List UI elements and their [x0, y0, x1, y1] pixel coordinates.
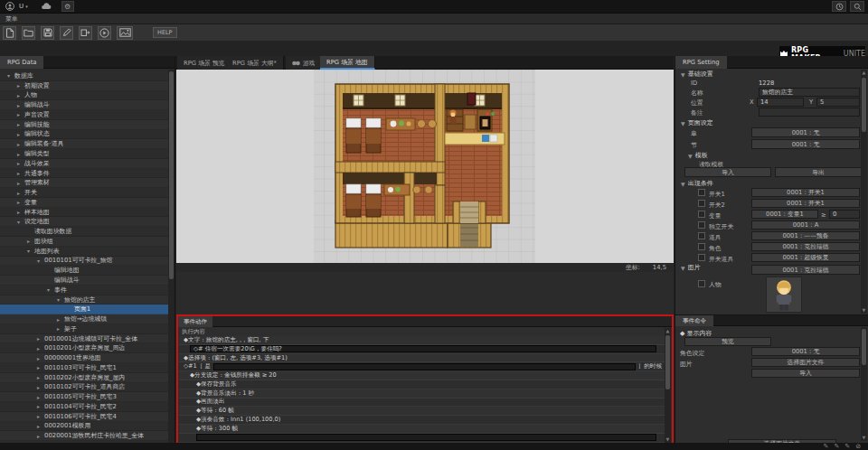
- section-appear-conditions[interactable]: ▼ 出现条件: [681, 179, 713, 188]
- import-export-button[interactable]: [79, 26, 92, 40]
- tab-rpg-scene-preview[interactable]: RPG 场景 预览: [177, 56, 232, 70]
- chevron-right-icon[interactable]: ▸: [35, 384, 42, 390]
- tab-rpg-scene-outline[interactable]: RPG 场景 大纲*: [226, 56, 284, 70]
- condition-value-button[interactable]: 0001 : 变量1: [751, 210, 818, 219]
- event-command-row[interactable]: ◆背景音乐淡出：1 秒: [179, 389, 665, 398]
- map-canvas[interactable]: [176, 70, 674, 263]
- tree-item[interactable]: 页面1: [0, 305, 169, 314]
- menu-item[interactable]: 菜单: [5, 14, 18, 23]
- condition-value-button[interactable]: 0001 : 开关1: [751, 199, 860, 208]
- tree-item[interactable]: ▸架子: [0, 324, 169, 334]
- section-page-settings[interactable]: ▼ 页面设定: [681, 118, 713, 127]
- history-icon[interactable]: [832, 1, 846, 12]
- chapter-button[interactable]: 0001 : 无: [751, 127, 860, 137]
- section-image[interactable]: ▼ 图片: [681, 263, 701, 272]
- event-command-row[interactable]: ◇#1［ 是］的时候: [179, 362, 665, 371]
- tree-item[interactable]: ▸0010106可可卡拉_民宅4: [0, 412, 169, 422]
- tree-item[interactable]: ▸0010201小型废弃房屋_周边: [0, 343, 169, 353]
- tree-item[interactable]: ▸编辑类型: [0, 149, 169, 159]
- condition-value-button[interactable]: 0001 : 克拉瑞德: [751, 242, 860, 251]
- tree-item[interactable]: 编辑地图: [0, 266, 169, 276]
- section-basic-settings[interactable]: ▼ 基础设置: [681, 70, 713, 79]
- template-import-button[interactable]: 导入: [684, 167, 771, 177]
- y-field[interactable]: 5: [816, 98, 860, 107]
- chevron-right-icon[interactable]: ▸: [15, 180, 22, 186]
- tab-event-actions[interactable]: 事件动作: [178, 316, 212, 327]
- pencil-disabled-icon[interactable]: ✎: [844, 443, 850, 450]
- chevron-right-icon[interactable]: ▸: [15, 170, 22, 176]
- tree-item[interactable]: ▸0010103可可卡拉_民宅1: [0, 363, 169, 373]
- tree-item[interactable]: ▸0010104可可卡拉_民宅2: [0, 402, 169, 412]
- person-checkbox[interactable]: [698, 280, 705, 287]
- tree-item[interactable]: 读取图块数据: [0, 227, 169, 237]
- event-command-row[interactable]: ◇# 住宿一次需要20\G，要住吗?: [179, 345, 665, 354]
- chevron-right-icon[interactable]: ▸: [35, 364, 42, 370]
- tree-scrollbar[interactable]: [168, 70, 175, 443]
- event-command-row[interactable]: ◆分支设定：金钱所持金额 ≥ 20: [179, 371, 665, 380]
- import-image-button[interactable]: 导入: [751, 369, 860, 378]
- chevron-right-icon[interactable]: ▸: [55, 316, 61, 323]
- event-command-row[interactable]: ◆等待：300 帧: [179, 425, 665, 434]
- event-command-row[interactable]: ◆演奏音效：Inn1 (100,100,0): [179, 416, 665, 425]
- tab-event-command[interactable]: 事件命令: [675, 315, 713, 326]
- select-image-button[interactable]: 选择图片文件: [751, 358, 860, 367]
- chevron-right-icon[interactable]: ▸: [55, 325, 61, 332]
- event-command-inline-field[interactable]: ◇# 住宿一次需要20\G，要住吗?: [190, 345, 656, 353]
- chevron-right-icon[interactable]: ▸: [15, 199, 22, 205]
- event-command-row[interactable]: ◆等待：60 帧: [179, 407, 665, 416]
- event-command-inline-field[interactable]: [196, 434, 656, 442]
- event-command-row[interactable]: [179, 434, 665, 443]
- open-folder-button[interactable]: [22, 26, 35, 40]
- note-field[interactable]: [759, 108, 860, 117]
- chevron-right-icon[interactable]: ▸: [15, 209, 22, 215]
- tree-item[interactable]: ▾数据库: [0, 71, 169, 81]
- chevron-right-icon[interactable]: ▸: [15, 141, 22, 147]
- x-field[interactable]: 14: [757, 98, 804, 107]
- condition-value-button[interactable]: 0001 : ——预备: [751, 231, 860, 240]
- condition-value-button[interactable]: 0001 : A: [751, 220, 860, 230]
- tree-item[interactable]: ▸0002001模板用: [0, 422, 169, 432]
- event-command-inline-field[interactable]: [213, 363, 636, 371]
- chevron-right-icon[interactable]: ▸: [15, 151, 22, 157]
- condition-checkbox[interactable]: [698, 243, 705, 250]
- condition-number-field[interactable]: 0: [829, 210, 860, 219]
- tab-rpg-data[interactable]: RPG Data: [0, 56, 43, 69]
- tree-item[interactable]: ▾地图列表: [0, 247, 169, 257]
- pencil-disabled-icon[interactable]: ✎: [824, 443, 829, 450]
- condition-checkbox[interactable]: [698, 232, 705, 239]
- template-export-button[interactable]: 导出: [775, 167, 862, 177]
- chevron-right-icon[interactable]: ▸: [15, 121, 22, 127]
- pencil-disabled-icon[interactable]: ✎: [834, 443, 839, 450]
- actor-setting-button[interactable]: 0001 : 无: [751, 347, 860, 356]
- tree-item[interactable]: ▸00000001世界地图: [0, 353, 169, 363]
- tree-item[interactable]: ▸开关: [0, 188, 169, 198]
- new-file-button[interactable]: [3, 26, 16, 40]
- condition-checkbox[interactable]: [698, 200, 705, 207]
- condition-value-button[interactable]: 0001 : 开关1: [751, 188, 860, 197]
- event-command-row[interactable]: ◆选择项：(窗口, 左, 选项#3, 选项#1): [179, 354, 665, 363]
- search-icon[interactable]: [850, 1, 864, 12]
- tree-item[interactable]: ▸编辑战斗: [0, 100, 169, 110]
- cloud-icon[interactable]: [41, 2, 52, 12]
- tree-item[interactable]: ▸声音设置: [0, 110, 169, 120]
- condition-value-button[interactable]: 0001 : 超级恢复: [751, 253, 860, 262]
- chevron-right-icon[interactable]: ▸: [35, 374, 42, 380]
- preview-button[interactable]: 预览: [684, 337, 771, 346]
- chevron-right-icon[interactable]: ▸: [15, 160, 22, 166]
- chevron-right-icon[interactable]: ▸: [15, 102, 22, 108]
- tree-item[interactable]: ▸共通事件: [0, 169, 169, 179]
- tree-item[interactable]: ▸编辑装备·道具: [0, 139, 169, 149]
- tab-game[interactable]: 游戏: [286, 56, 323, 70]
- chevron-right-icon[interactable]: ▸: [35, 394, 42, 400]
- tab-rpg-setting[interactable]: RPG Setting: [675, 56, 727, 69]
- tree-item[interactable]: ▾事件: [0, 286, 169, 295]
- play-button[interactable]: [98, 26, 111, 40]
- tree-item[interactable]: ▸编辑状态: [0, 130, 169, 140]
- chevron-right-icon[interactable]: ▸: [15, 111, 22, 117]
- tree-item[interactable]: ▸编辑技能: [0, 120, 169, 130]
- section-number-button[interactable]: 0001 : 无: [751, 139, 860, 149]
- tree-item[interactable]: ▸0010001边境城镇可可卡拉_全体: [0, 334, 169, 344]
- help-button[interactable]: HELP: [153, 27, 177, 38]
- tree-item[interactable]: ▸变量: [0, 198, 169, 208]
- chevron-right-icon[interactable]: ▸: [35, 413, 42, 419]
